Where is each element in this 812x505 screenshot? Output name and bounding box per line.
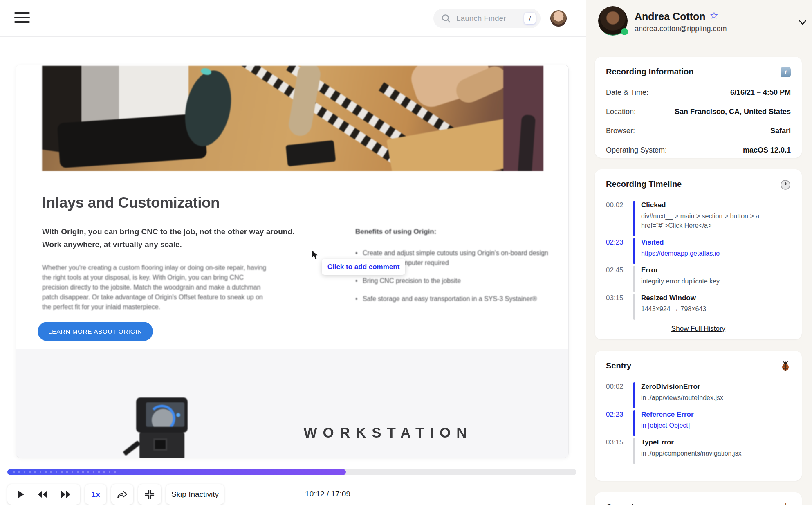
playback-time-display: 10:12 / 17:09 — [305, 489, 350, 498]
workstation-wordmark: WORKSTATION — [286, 424, 490, 441]
playback-progress-fill — [7, 469, 346, 475]
chevron-down-icon[interactable] — [797, 17, 808, 28]
benefit-item: Safe storage and easy transportation in … — [355, 294, 552, 304]
add-comment-tooltip[interactable]: Click to add comment — [322, 259, 405, 275]
fast-forward-button[interactable] — [61, 490, 71, 498]
learn-more-button[interactable]: LEARN MORE ABOUT ORIGIN — [38, 322, 153, 341]
hamburger-menu-icon[interactable] — [14, 12, 30, 25]
info-icon: i — [781, 67, 791, 77]
timeline-bar — [633, 438, 635, 464]
clock-icon — [780, 180, 791, 190]
recorded-user-email: andrea.cotton@rippling.com — [635, 25, 727, 33]
rewind-button[interactable] — [37, 490, 48, 498]
sentry-card: Sentry 00:02 ZeroDivisionError in ./app/… — [595, 351, 802, 481]
recording-timeline-card: Recording Timeline 00:02 Clicked div#nux… — [595, 169, 802, 339]
share-arrow-icon — [117, 489, 128, 499]
bug-icon — [780, 361, 791, 372]
visited-url-link[interactable]: https://demoapp.getatlas.io — [641, 249, 791, 258]
sentry-event[interactable]: 02:23 Reference Error in [object Object] — [606, 410, 791, 438]
recorded-page-hero-image — [42, 66, 543, 171]
current-user-avatar[interactable] — [550, 10, 567, 27]
recorded-user-name: Andrea Cotton☆ — [635, 11, 706, 22]
collapse-player-button[interactable] — [138, 484, 161, 505]
timeline-event[interactable]: 00:02 Clicked div#nuxt__ > main > sectio… — [606, 201, 791, 238]
share-button[interactable] — [111, 484, 133, 505]
card-title: Console — [606, 503, 638, 505]
card-title: Recording Information — [606, 67, 693, 76]
info-row: Location: San Francisco, CA, United Stat… — [606, 108, 791, 116]
recorded-page-heading: Inlays and Customization — [42, 194, 220, 211]
sentry-event[interactable]: 03:15 TypeError in ./app/components/navi… — [606, 438, 791, 466]
top-bar: Launch Finder / — [0, 0, 586, 37]
replay-url-row: https://app.getatlas.io/auth/login?next=… — [0, 37, 586, 64]
online-status-dot — [621, 28, 628, 35]
workstation-device-image — [133, 397, 194, 458]
timeline-event[interactable]: 03:15 Resized Window 1443×924 → 798×643 — [606, 294, 791, 321]
timeline-bar — [633, 410, 635, 436]
recorded-page-paragraph: Whether you're creating a custom floorin… — [42, 263, 271, 312]
collapse-corners-icon — [144, 489, 155, 500]
progress-activity-dots — [13, 471, 119, 473]
skip-inactivity-button[interactable]: Skip Inactivity — [166, 484, 224, 505]
search-placeholder: Launch Finder — [456, 14, 524, 23]
replay-pane: Launch Finder / https://app.getatlas.io/… — [0, 0, 586, 505]
benefit-item: Bring CNC precision to the jobsite — [355, 276, 552, 286]
console-card: Console — [595, 492, 802, 505]
playback-speed-button[interactable]: 1x — [85, 484, 106, 505]
card-title: Recording Timeline — [606, 180, 682, 189]
recorded-page-lower-section: WORKSTATION — [16, 349, 569, 458]
sentry-event[interactable]: 00:02 ZeroDivisionError in ./app/views/r… — [606, 382, 791, 410]
timeline-event[interactable]: 02:45 Error integrity error duplicate ke… — [606, 266, 791, 294]
search-icon — [441, 13, 451, 24]
timeline-bar — [633, 294, 635, 320]
transport-controls — [7, 484, 80, 505]
timeline-bar — [633, 266, 635, 292]
recorded-cursor-icon — [311, 250, 321, 260]
search-input[interactable]: Launch Finder / — [433, 9, 541, 28]
playback-progress-bar[interactable] — [7, 469, 576, 475]
robot-icon — [780, 503, 791, 505]
timeline-event[interactable]: 02:23 Visited https://demoapp.getatlas.i… — [606, 238, 791, 266]
info-row: Operating System: macOS 12.0.1 — [606, 146, 791, 155]
benefits-title: Benefits of using Origin: — [355, 228, 436, 236]
show-full-history-link[interactable]: Show Full History — [606, 325, 791, 333]
recorded-page-intro: With Origin, you can bring CNC to the jo… — [42, 225, 312, 251]
info-row: Date & Time: 6/16/21 – 4:50 PM — [606, 88, 791, 97]
replay-viewport: Inlays and Customization With Origin, yo… — [16, 65, 569, 458]
timeline-bar — [633, 201, 635, 236]
benefits-list: Create and adjust simple cutouts using O… — [355, 248, 552, 312]
favorite-star-icon[interactable]: ☆ — [710, 10, 719, 21]
slash-shortcut-key: / — [524, 13, 536, 24]
timeline-bar — [633, 382, 635, 408]
details-sidebar: Andrea Cotton☆ andrea.cotton@rippling.co… — [586, 0, 812, 505]
card-title: Sentry — [606, 361, 631, 370]
recorded-user-avatar — [598, 6, 628, 36]
info-row: Browser: Safari — [606, 127, 791, 135]
play-button[interactable] — [16, 490, 25, 499]
recording-information-card: Recording Information i Date & Time: 6/1… — [595, 57, 802, 158]
timeline-bar — [633, 238, 635, 264]
